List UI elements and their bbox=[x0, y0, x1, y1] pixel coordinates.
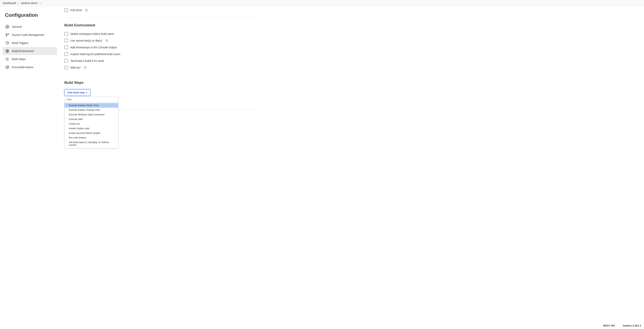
sidebar-item-label: Build Triggers bbox=[12, 41, 28, 44]
checkbox-label: With Ant bbox=[70, 66, 80, 69]
list-icon bbox=[6, 57, 9, 61]
dropdown-option-github-pending[interactable]: Set build status to "pending" on GitHub … bbox=[64, 140, 118, 147]
page-title: Configuration bbox=[5, 12, 57, 18]
checkbox-row-poll-scm: Poll SCM ? bbox=[64, 8, 258, 12]
delete-workspace-checkbox[interactable] bbox=[64, 32, 68, 36]
with-ant-checkbox[interactable] bbox=[64, 66, 68, 69]
add-build-step-button[interactable]: Add build step bbox=[64, 89, 90, 96]
sidebar-item-label: Build Environment bbox=[12, 49, 34, 53]
help-icon[interactable]: ? bbox=[105, 39, 108, 42]
build-environment-title: Build Environment bbox=[64, 23, 258, 27]
svg-point-9 bbox=[6, 58, 6, 58]
sidebar-item-label: Post-build Actions bbox=[12, 66, 33, 69]
globe-icon bbox=[6, 49, 9, 53]
dropdown-option-invoke-maven[interactable]: Invoke top-level Maven targets bbox=[64, 131, 118, 135]
breadcrumb-jenkins-demo[interactable]: Jenkins demo bbox=[21, 1, 38, 5]
sidebar-item-label: General bbox=[12, 25, 22, 28]
timestamps-checkbox[interactable] bbox=[64, 45, 68, 49]
secret-text-checkbox[interactable] bbox=[64, 39, 68, 42]
poll-scm-checkbox[interactable] bbox=[64, 8, 68, 12]
add-build-step-label: Add build step bbox=[67, 91, 85, 94]
sidebar-item-general[interactable]: General bbox=[3, 23, 57, 31]
sidebar-item-build-environment[interactable]: Build Environment bbox=[3, 47, 57, 55]
main-content: Poll SCM ? Build Environment Delete work… bbox=[60, 6, 262, 322]
checkbox-row: Inspect build log for published build sc… bbox=[64, 52, 258, 56]
checkbox-row: Use secret text(s) or file(s) ? bbox=[64, 39, 258, 42]
help-icon[interactable]: ? bbox=[84, 66, 87, 69]
svg-point-0 bbox=[7, 26, 8, 27]
svg-point-2 bbox=[6, 35, 7, 36]
sidebar-item-triggers[interactable]: Build Triggers bbox=[3, 39, 57, 47]
build-steps-title: Build Steps bbox=[64, 81, 258, 85]
checkbox-label: Terminate a build if it's stuck bbox=[70, 59, 104, 62]
svg-point-11 bbox=[6, 60, 6, 60]
sidebar-item-scm[interactable]: Source Code Management bbox=[3, 31, 57, 39]
checkbox-label: Delete workspace before build starts bbox=[70, 32, 114, 35]
checkbox-label: Inspect build log for published build sc… bbox=[70, 53, 120, 56]
filter-input[interactable] bbox=[64, 96, 118, 103]
checkbox-row: Add timestamps to the Console Output bbox=[64, 45, 258, 49]
breadcrumb-dashboard[interactable]: Dashboard bbox=[3, 1, 16, 5]
dropdown-option-run-timeout[interactable]: Run with timeout bbox=[64, 135, 118, 140]
sidebar-item-build-steps[interactable]: Build Steps bbox=[3, 55, 57, 63]
dropdown-option-katalon-testops[interactable]: Execute Katalon TestOps Plan bbox=[64, 108, 118, 112]
dropdown-option-katalon-studio[interactable]: Execute Katalon Studio Tests bbox=[64, 103, 118, 108]
clock-icon bbox=[6, 41, 9, 45]
sidebar-item-label: Source Code Management bbox=[12, 33, 44, 36]
package-icon bbox=[6, 65, 9, 69]
gear-icon bbox=[6, 25, 9, 29]
dropdown-option-windows-batch[interactable]: Execute Windows batch command bbox=[64, 112, 118, 117]
breadcrumb: Dashboard Jenkins demo bbox=[0, 0, 644, 6]
checkbox-label: Add timestamps to the Console Output bbox=[70, 46, 117, 49]
checkbox-row: Delete workspace before build starts bbox=[64, 32, 258, 36]
terminate-stuck-checkbox[interactable] bbox=[64, 59, 68, 63]
dropdown-option-invoke-ant[interactable]: Invoke Ant bbox=[64, 122, 118, 126]
dropdown-option-execute-shell[interactable]: Execute shell bbox=[64, 117, 118, 122]
svg-point-10 bbox=[6, 59, 6, 59]
svg-point-3 bbox=[8, 33, 9, 34]
git-branch-icon bbox=[6, 33, 9, 37]
dropdown-option-invoke-gradle[interactable]: Invoke Gradle script bbox=[64, 126, 118, 131]
chevron-right-icon bbox=[18, 2, 20, 4]
help-icon[interactable]: ? bbox=[85, 8, 88, 12]
checkbox-label: Use secret text(s) or file(s) bbox=[70, 39, 102, 42]
inspect-log-checkbox[interactable] bbox=[64, 52, 68, 56]
sidebar-item-post-build[interactable]: Post-build Actions bbox=[3, 63, 57, 71]
poll-scm-label: Poll SCM bbox=[70, 9, 82, 12]
divider bbox=[64, 18, 258, 18]
chevron-right-icon bbox=[39, 2, 41, 4]
caret-up-icon bbox=[86, 92, 87, 93]
sidebar: Configuration General Source Code Manage… bbox=[0, 6, 60, 322]
svg-point-1 bbox=[6, 33, 7, 34]
build-step-dropdown: Execute Katalon Studio Tests Execute Kat… bbox=[64, 96, 118, 148]
sidebar-item-label: Build Steps bbox=[12, 58, 26, 61]
checkbox-row: Terminate a build if it's stuck bbox=[64, 59, 258, 63]
checkbox-row: With Ant ? bbox=[64, 66, 258, 69]
